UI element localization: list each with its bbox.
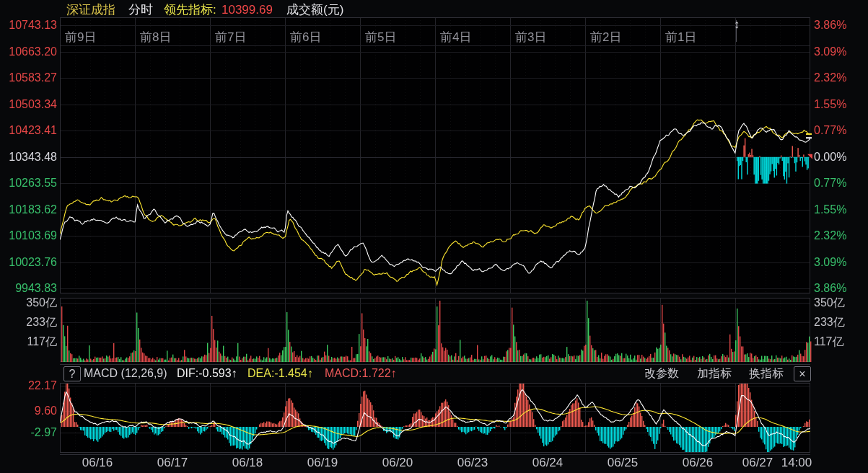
day-label-0: 前9日 <box>65 31 96 44</box>
pct-axis-right-1: 3.09% <box>814 45 846 58</box>
volume-axis-right-0: 350亿 <box>814 296 845 309</box>
date-label-7: 06/25 <box>608 456 639 469</box>
view-mode-minute[interactable]: 分时 <box>128 3 153 17</box>
change-params-button[interactable]: 改参数 <box>644 366 679 380</box>
macd-axis-left-2: -2.97 <box>0 426 57 439</box>
macd-dif-value: DIF:-0.593↑ <box>177 366 237 380</box>
pct-axis-right-2: 2.32% <box>814 71 846 84</box>
pct-axis-right-3: 1.55% <box>814 98 846 111</box>
volume-axis-left-1: 233亿 <box>0 316 57 329</box>
day-label-3: 前6日 <box>290 31 321 44</box>
volume-axis-right-2: 117亿 <box>814 335 844 348</box>
pct-axis-right-6: 0.77% <box>814 177 846 190</box>
day-label-7: 前2日 <box>590 31 621 44</box>
scroll-handle-icon[interactable]: ↕ <box>730 18 743 31</box>
pct-axis-right-10: 3.86% <box>814 282 846 295</box>
pct-axis-right-8: 2.32% <box>814 229 846 242</box>
macd-axis-left-0: 22.17 <box>0 379 57 392</box>
day-label-6: 前3日 <box>515 31 546 44</box>
switch-indicator-button[interactable]: 换指标 <box>749 366 784 380</box>
price-axis-left-5: 10343.48 <box>0 151 57 164</box>
chart-canvas[interactable] <box>0 0 868 473</box>
current-time-label: 14:00 <box>781 456 812 469</box>
stock-minute-chart-app: 深证成指 分时 领先指标: 10399.69 成交额(元) 10743.1310… <box>0 0 868 473</box>
date-label-2: 06/18 <box>232 456 263 469</box>
day-label-8: 前1日 <box>665 31 696 44</box>
macd-dea-value: DEA:-1.454↑ <box>247 366 313 380</box>
day-label-5: 前4日 <box>440 31 471 44</box>
index-name[interactable]: 深证成指 <box>66 3 115 17</box>
price-axis-left-2: 10583.27 <box>0 71 57 84</box>
volume-axis-left-2: 117亿 <box>0 335 57 348</box>
price-axis-left-3: 10503.34 <box>0 98 57 111</box>
date-label-1: 06/17 <box>157 456 188 469</box>
pct-axis-right-0: 3.86% <box>814 19 846 32</box>
pct-axis-right-5: 0.00% <box>814 151 846 164</box>
pct-axis-right-9: 3.09% <box>814 256 846 269</box>
add-indicator-button[interactable]: 加指标 <box>697 366 732 380</box>
price-axis-left-6: 10263.55 <box>0 177 57 190</box>
price-axis-left-1: 10663.20 <box>0 45 57 58</box>
date-label-0: 06/16 <box>82 456 113 469</box>
pct-axis-right-4: 0.77% <box>814 124 846 137</box>
day-label-1: 前8日 <box>140 31 171 44</box>
pct-axis-right-7: 1.55% <box>814 203 846 216</box>
macd-title: MACD (12,26,9) <box>84 366 167 380</box>
turnover-unit-label: 成交额(元) <box>286 3 343 17</box>
macd-axis-left-1: 9.60 <box>0 405 57 417</box>
price-axis-left-7: 10183.62 <box>0 203 57 216</box>
close-indicator-button[interactable]: × <box>794 366 811 381</box>
date-label-6: 06/24 <box>532 456 564 469</box>
volume-axis-right-1: 233亿 <box>814 316 845 329</box>
price-axis-left-10: 9943.83 <box>0 282 57 295</box>
price-axis-left-9: 10023.76 <box>0 256 57 269</box>
help-button[interactable]: ? <box>63 366 81 381</box>
macd-hist-value: MACD:1.722↑ <box>325 366 397 380</box>
date-label-4: 06/20 <box>382 456 413 469</box>
price-axis-left-8: 10103.69 <box>0 229 57 242</box>
date-label-5: 06/23 <box>457 456 488 469</box>
leading-indicator-label: 领先指标: <box>164 3 216 17</box>
volume-axis-left-0: 350亿 <box>0 296 57 309</box>
day-label-2: 前7日 <box>215 31 246 44</box>
day-label-4: 前5日 <box>365 31 396 44</box>
date-label-9: 06/27 <box>742 456 773 469</box>
price-axis-left-4: 10423.41 <box>0 124 57 137</box>
leading-indicator-value: 10399.69 <box>222 3 273 17</box>
price-axis-left-0: 10743.13 <box>0 19 57 32</box>
date-label-8: 06/26 <box>683 456 714 469</box>
date-label-3: 06/19 <box>307 456 338 469</box>
